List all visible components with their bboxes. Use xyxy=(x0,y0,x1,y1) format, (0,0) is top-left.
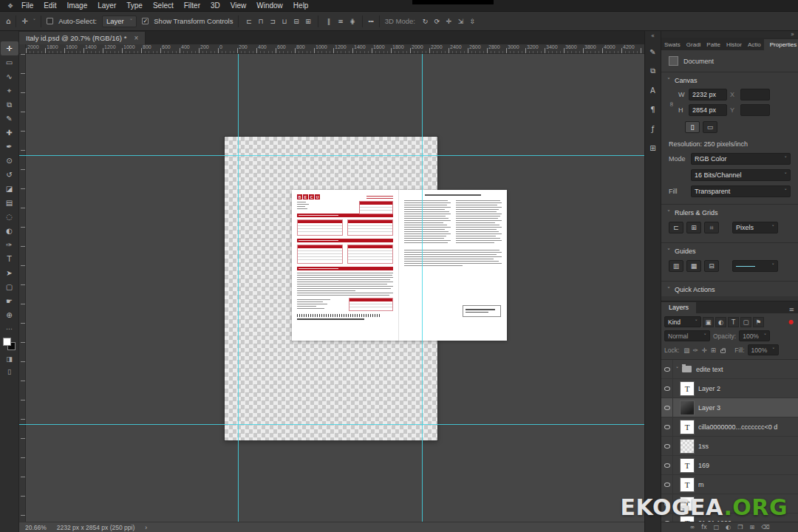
layer-thumbnail[interactable] xyxy=(681,401,694,415)
clear-guides-icon[interactable]: ⊟ xyxy=(704,260,719,272)
foreground-color-swatch[interactable] xyxy=(3,338,11,346)
layer-row[interactable]: ˅edite text xyxy=(661,360,798,379)
lasso-tool[interactable]: ∿ xyxy=(1,69,18,83)
layer-row[interactable]: 1ss xyxy=(661,437,798,456)
height-field[interactable]: 2854 px xyxy=(689,104,727,116)
lock-all-icon[interactable] xyxy=(720,349,726,353)
tab-histor[interactable]: Histor xyxy=(723,39,745,50)
menu-file[interactable]: File xyxy=(16,1,38,10)
align-center-h-icon[interactable]: ⊓ xyxy=(256,18,265,25)
move-tool[interactable]: ✛ xyxy=(1,41,18,55)
type-tool[interactable]: T xyxy=(1,252,18,266)
tab-properties[interactable]: Properties xyxy=(764,39,798,50)
collapse-panels-icon[interactable]: » xyxy=(661,31,798,38)
visibility-toggle[interactable] xyxy=(661,417,673,436)
layer-thumbnail[interactable]: T xyxy=(681,459,694,472)
visibility-toggle[interactable] xyxy=(661,360,673,378)
3d-scale-icon[interactable]: ⇳ xyxy=(468,18,477,25)
menu-filter[interactable]: Filter xyxy=(179,1,205,10)
layer-group-icon[interactable]: ❒ xyxy=(737,524,743,531)
delete-layer-icon[interactable]: ⌫ xyxy=(761,524,769,531)
blend-mode-dropdown[interactable]: Normal ˅ xyxy=(664,330,710,341)
y-field[interactable] xyxy=(740,104,770,116)
clone-stamp-tool[interactable]: ⊙ xyxy=(1,154,18,168)
color-swatch-widget[interactable] xyxy=(3,338,16,350)
layer-mask-icon[interactable]: □ xyxy=(714,524,720,531)
width-field[interactable]: 2232 px xyxy=(689,89,727,100)
panel-menu-icon[interactable]: ≡ xyxy=(788,306,794,313)
zoom-level[interactable]: 20.66% xyxy=(25,524,47,531)
guide-horizontal-2[interactable] xyxy=(19,424,644,425)
more-options-button[interactable]: ••• xyxy=(368,18,373,24)
paragraph-panel-icon[interactable]: ¶ xyxy=(647,102,660,117)
visibility-toggle[interactable] xyxy=(661,398,673,417)
lock-artboard-icon[interactable]: ⊞ xyxy=(709,347,717,354)
new-guide-layout-icon[interactable]: ▥ xyxy=(669,260,683,272)
layer-fill-field[interactable]: 100% ˅ xyxy=(748,344,779,355)
align-left-icon[interactable]: ⊏ xyxy=(244,18,253,25)
landscape-orientation-button[interactable]: ▭ xyxy=(703,121,717,133)
gradient-tool[interactable]: ▤ xyxy=(1,196,18,210)
filter-smart-objects-icon[interactable]: ⚑ xyxy=(753,317,764,327)
visibility-toggle[interactable] xyxy=(661,437,673,455)
layer-row[interactable]: Layer 3 xyxy=(661,398,798,417)
pen-tool[interactable]: ✑ xyxy=(1,238,18,252)
3d-drag-icon[interactable]: ✛ xyxy=(444,18,454,25)
libraries-panel-icon[interactable]: ⊞ xyxy=(647,140,660,155)
layer-thumbnail[interactable]: T xyxy=(681,420,694,434)
layers-tab[interactable]: Layers xyxy=(661,302,696,313)
guide-vertical-2[interactable] xyxy=(422,54,423,522)
becu-statement-artwork[interactable]: BECU xyxy=(292,190,507,341)
visibility-toggle[interactable] xyxy=(661,456,673,474)
tab-gradi[interactable]: Gradi xyxy=(683,39,704,50)
brush-tool[interactable]: ✒ xyxy=(1,140,18,154)
quick-mask-icon[interactable]: ◨ xyxy=(6,355,13,363)
layer-filter-dropdown[interactable]: Kind ˅ xyxy=(664,316,701,327)
link-layers-icon[interactable]: ∞ xyxy=(690,524,695,531)
layer-thumbnail[interactable]: T xyxy=(681,478,694,491)
auto-select-checkbox[interactable] xyxy=(47,18,53,24)
3d-rotate-icon[interactable]: ↻ xyxy=(420,18,430,25)
layer-row[interactable]: TLayer 2 xyxy=(661,379,798,398)
lock-pixels-icon[interactable]: ✑ xyxy=(691,347,700,354)
toggle-snap-icon[interactable]: ⌗ xyxy=(704,222,719,233)
guide-horizontal-1[interactable] xyxy=(19,155,644,156)
3d-roll-icon[interactable]: ⟳ xyxy=(432,18,442,25)
menu-image[interactable]: Image xyxy=(61,1,92,10)
vertical-ruler[interactable] xyxy=(19,54,26,522)
opacity-field[interactable]: 100% ˅ xyxy=(739,330,770,341)
healing-brush-tool[interactable]: ✚ xyxy=(1,126,18,140)
home-icon[interactable]: ⌂ xyxy=(6,17,10,25)
adjustment-layer-icon[interactable]: ◐ xyxy=(726,524,731,531)
show-transform-checkbox[interactable]: ✓ xyxy=(142,18,149,24)
layer-row[interactable]: T169 xyxy=(661,456,798,475)
expand-panels-icon[interactable]: « xyxy=(651,33,655,40)
history-brush-tool[interactable]: ↺ xyxy=(1,168,18,182)
distribute-horizontal-icon[interactable]: ∥ xyxy=(324,18,333,25)
auto-select-dropdown[interactable]: Layer ˅ xyxy=(102,16,137,27)
shape-tool[interactable]: ▢ xyxy=(1,280,18,294)
menu-edit[interactable]: Edit xyxy=(38,1,61,10)
align-right-icon[interactable]: ⊐ xyxy=(267,18,277,25)
units-dropdown[interactable]: Pixels ˅ xyxy=(732,222,778,233)
crop-tool[interactable]: ⧉ xyxy=(1,98,18,112)
group-caret-icon[interactable]: ˅ xyxy=(673,366,681,372)
filter-adjustment-layers-icon[interactable]: ◐ xyxy=(715,317,726,327)
status-chevron-icon[interactable]: › xyxy=(145,524,147,531)
menu-help[interactable]: Help xyxy=(288,1,314,10)
canvas-section-header[interactable]: ˅ Canvas xyxy=(661,72,798,87)
eyedropper-tool[interactable]: ✎ xyxy=(1,112,18,126)
zoom-tool[interactable]: ⊕ xyxy=(1,308,18,322)
align-top-icon[interactable]: ⊔ xyxy=(279,18,289,25)
brush-settings-panel-icon[interactable]: ✎ xyxy=(647,44,660,59)
bit-depth-dropdown[interactable]: 16 Bits/Channel ˅ xyxy=(691,169,791,181)
distribute-vertical-icon[interactable]: ≡ xyxy=(335,18,345,25)
new-layer-icon[interactable]: ⊞ xyxy=(749,524,754,531)
menu-layer[interactable]: Layer xyxy=(92,1,121,10)
filter-type-layers-icon[interactable]: T xyxy=(728,317,739,327)
lock-position-icon[interactable]: ✛ xyxy=(700,347,709,354)
visibility-toggle[interactable] xyxy=(661,379,673,398)
tab-patte[interactable]: Patte xyxy=(703,39,723,50)
filter-shape-layers-icon[interactable]: ▢ xyxy=(740,317,751,327)
toggle-rulers-icon[interactable]: ⊏ xyxy=(669,222,683,233)
